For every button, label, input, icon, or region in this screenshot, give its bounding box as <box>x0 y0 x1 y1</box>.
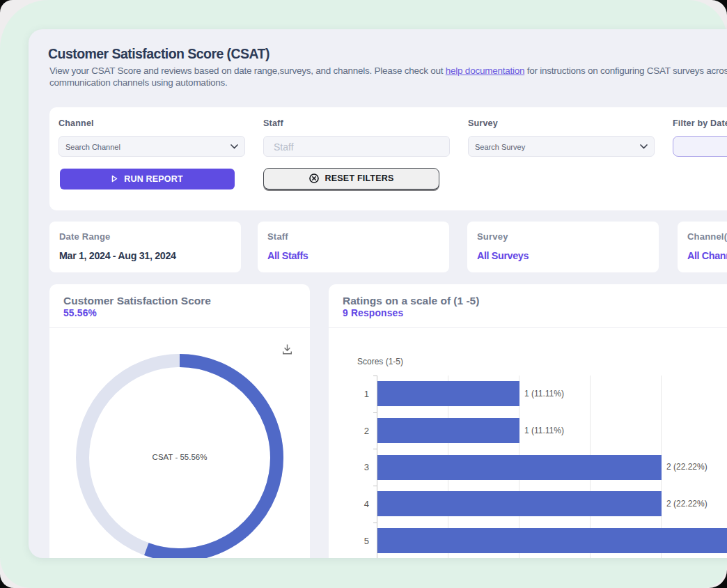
svg-text:CSAT - 55.56%: CSAT - 55.56% <box>153 453 208 461</box>
